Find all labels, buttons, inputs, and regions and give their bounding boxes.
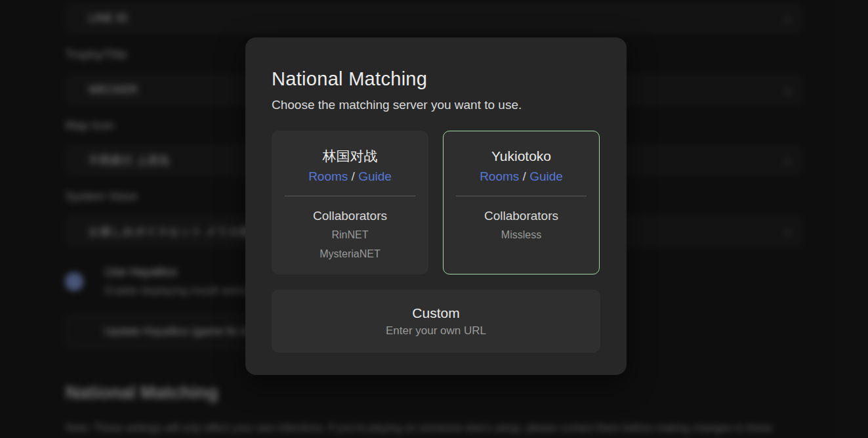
- custom-card-title: Custom: [412, 305, 459, 321]
- server-card-linguoduizhan[interactable]: 林国对战 Rooms / Guide Collaborators RinNET …: [272, 131, 428, 274]
- server-name: 林国对战: [272, 146, 428, 165]
- guide-link[interactable]: Guide: [358, 169, 392, 183]
- guide-link[interactable]: Guide: [529, 169, 563, 183]
- modal-subtitle: Choose the matching server you want to u…: [272, 97, 600, 114]
- link-separator: /: [523, 169, 526, 183]
- server-cards-row: 林国对战 Rooms / Guide Collaborators RinNET …: [272, 131, 600, 274]
- collaborator-name: Missless: [444, 226, 599, 244]
- server-card-yukiotoko[interactable]: Yukiotoko Rooms / Guide Collaborators Mi…: [443, 131, 600, 274]
- card-divider: [285, 196, 415, 196]
- rooms-link[interactable]: Rooms: [480, 169, 519, 183]
- collaborators-heading: Collaborators: [444, 208, 599, 225]
- rooms-link[interactable]: Rooms: [308, 169, 348, 183]
- modal-title: National Matching: [272, 66, 600, 91]
- custom-card-subtitle: Enter your own URL: [386, 324, 486, 338]
- national-matching-modal: National Matching Choose the matching se…: [245, 37, 627, 375]
- collaborators-heading: Collaborators: [272, 208, 428, 225]
- server-name: Yukiotoko: [444, 146, 599, 165]
- card-divider: [456, 196, 587, 196]
- link-separator: /: [352, 169, 355, 183]
- collaborator-name: MysteriaNET: [272, 245, 428, 263]
- collaborator-name: RinNET: [272, 226, 428, 244]
- server-links: Rooms / Guide: [272, 167, 428, 186]
- server-links: Rooms / Guide: [444, 167, 599, 186]
- app-window: LINE ID › Trophy/Title WECKER › Map Icon…: [0, 0, 868, 438]
- custom-server-card[interactable]: Custom Enter your own URL: [272, 290, 600, 353]
